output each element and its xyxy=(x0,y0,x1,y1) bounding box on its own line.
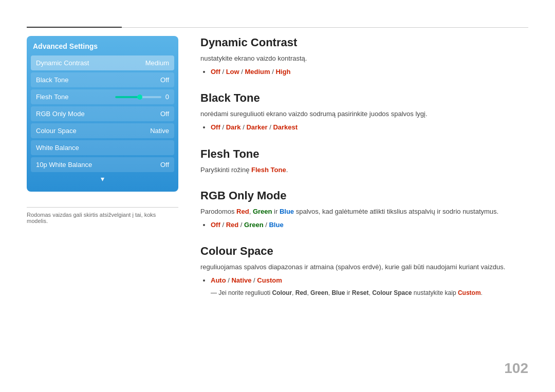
top-bar xyxy=(27,27,528,28)
black-tone-option-list: Off / Dark / Darker / Darkest xyxy=(211,122,528,133)
cs-note-colour: Colour xyxy=(272,289,292,296)
rgb-only-mode-label: RGB Only Mode xyxy=(36,110,85,118)
colour-space-label: Colour Space xyxy=(36,127,77,135)
cs-custom: Custom xyxy=(257,276,282,284)
slider-thumb xyxy=(137,95,142,100)
panel-title: Advanced Settings xyxy=(31,42,174,50)
black-tone-desc: norėdami sureguliuoti ekrano vaizdo sodr… xyxy=(200,109,528,119)
rgb-red: Red xyxy=(236,208,249,215)
flesh-tone-desc-end: . xyxy=(286,166,288,174)
dynamic-contrast-options: Off / Low / Medium / High xyxy=(200,67,528,78)
menu-item-white-balance[interactable]: White Balance xyxy=(31,140,174,155)
flesh-tone-title: Flesh Tone xyxy=(200,147,528,161)
colour-space-options: Auto / Native / Custom xyxy=(200,275,528,286)
rgb-blue: Blue xyxy=(280,208,294,215)
rgb-option-list: Off / Red / Green / Blue xyxy=(211,220,528,231)
bt-darker: Darker xyxy=(246,123,267,131)
top-bar-light xyxy=(122,27,528,28)
dc-high: High xyxy=(275,68,290,76)
flesh-tone-desc: Paryškinti rožinę Flesh Tone. xyxy=(200,165,528,175)
dc-off: Off xyxy=(211,68,220,76)
menu-item-colour-space[interactable]: Colour Space Native xyxy=(31,123,174,138)
colour-space-subnote: Jei norite reguliuoti Colour, Red, Green… xyxy=(200,288,528,297)
page-number: 102 xyxy=(504,360,528,377)
menu-item-dynamic-contrast[interactable]: Dynamic Contrast Medium xyxy=(31,55,174,70)
slider-fill xyxy=(115,96,138,98)
dynamic-contrast-desc: nustatykite ekrano vaizdo kontrastą. xyxy=(200,53,528,64)
section-colour-space: Colour Space reguliuojamas spalvos diapa… xyxy=(200,245,528,297)
dropdown-arrow-icon: ▾ xyxy=(101,175,104,183)
colour-space-value: Native xyxy=(150,127,169,135)
section-black-tone: Black Tone norėdami sureguliuoti ekrano … xyxy=(200,91,528,133)
flesh-tone-label: Flesh Tone xyxy=(36,93,68,101)
white-balance-label: White Balance xyxy=(36,144,79,152)
cs-auto: Auto xyxy=(211,276,226,284)
rgb-g: Green xyxy=(244,221,264,229)
cs-note-reset: Reset xyxy=(352,289,369,296)
bt-dark: Dark xyxy=(226,123,241,131)
section-dynamic-contrast: Dynamic Contrast nustatykite ekrano vaiz… xyxy=(200,36,528,77)
rgb-only-mode-value: Off xyxy=(160,110,169,118)
dynamic-contrast-title: Dynamic Contrast xyxy=(200,36,528,49)
menu-item-flesh-tone[interactable]: Flesh Tone 0 xyxy=(31,89,174,104)
cs-note-green: Green xyxy=(310,289,328,296)
dynamic-contrast-value: Medium xyxy=(145,59,169,67)
colour-space-desc: reguliuojamas spalvos diapazonas ir atma… xyxy=(200,262,528,272)
colour-space-title: Colour Space xyxy=(200,245,528,258)
cs-note-cs: Colour Space xyxy=(372,289,412,296)
flesh-tone-slider[interactable]: 0 xyxy=(115,93,169,101)
flesh-tone-desc-text: Paryškinti rožinę xyxy=(200,166,251,174)
cs-note-blue: Blue xyxy=(331,289,345,296)
rgb-b: Blue xyxy=(269,221,283,229)
10p-white-balance-label: 10p White Balance xyxy=(36,161,92,169)
black-tone-value: Off xyxy=(160,76,169,84)
10p-white-balance-value: Off xyxy=(160,161,169,169)
slider-track xyxy=(115,96,161,98)
cs-note-red: Red xyxy=(295,289,307,296)
section-flesh-tone: Flesh Tone Paryškinti rožinę Flesh Tone. xyxy=(200,147,528,175)
right-content: Dynamic Contrast nustatykite ekrano vaiz… xyxy=(200,36,528,312)
menu-item-black-tone[interactable]: Black Tone Off xyxy=(31,72,174,87)
cs-native: Native xyxy=(231,276,251,284)
flesh-tone-value: 0 xyxy=(165,93,169,101)
rgb-only-mode-options: Off / Red / Green / Blue xyxy=(200,220,528,231)
menu-item-10p-white-balance[interactable]: 10p White Balance Off xyxy=(31,157,174,172)
section-rgb-only-mode: RGB Only Mode Parodomos Red, Green ir Bl… xyxy=(200,189,528,230)
bt-darkest: Darkest xyxy=(273,123,298,131)
dc-low: Low xyxy=(226,68,239,76)
advanced-settings-box: Advanced Settings Dynamic Contrast Mediu… xyxy=(27,36,178,192)
black-tone-options: Off / Dark / Darker / Darkest xyxy=(200,122,528,133)
dropdown-arrow[interactable]: ▾ xyxy=(31,174,174,183)
rgb-only-mode-title: RGB Only Mode xyxy=(200,189,528,202)
dc-medium: Medium xyxy=(245,68,270,76)
rgb-green: Green xyxy=(253,208,272,215)
cs-note-custom: Custom xyxy=(458,289,481,296)
dynamic-contrast-label: Dynamic Contrast xyxy=(36,59,89,67)
panel-note: Rodomas vaizdas gali skirtis atsižvelgia… xyxy=(27,207,178,224)
menu-item-rgb-only-mode[interactable]: RGB Only Mode Off xyxy=(31,106,174,121)
flesh-tone-highlight: Flesh Tone xyxy=(251,166,286,174)
rgb-r: Red xyxy=(226,221,239,229)
rgb-off: Off xyxy=(211,221,220,229)
black-tone-label: Black Tone xyxy=(36,76,68,84)
dynamic-contrast-option-list: Off / Low / Medium / High xyxy=(211,67,528,78)
rgb-only-mode-desc: Parodomos Red, Green ir Blue spalvos, ka… xyxy=(200,207,528,217)
left-panel: Advanced Settings Dynamic Contrast Mediu… xyxy=(27,36,178,224)
cs-option-list: Auto / Native / Custom xyxy=(211,275,528,286)
panel-note-text: Rodomas vaizdas gali skirtis atsižvelgia… xyxy=(27,212,156,224)
black-tone-title: Black Tone xyxy=(200,91,528,105)
bt-off: Off xyxy=(211,123,220,131)
top-bar-dark xyxy=(27,27,122,28)
